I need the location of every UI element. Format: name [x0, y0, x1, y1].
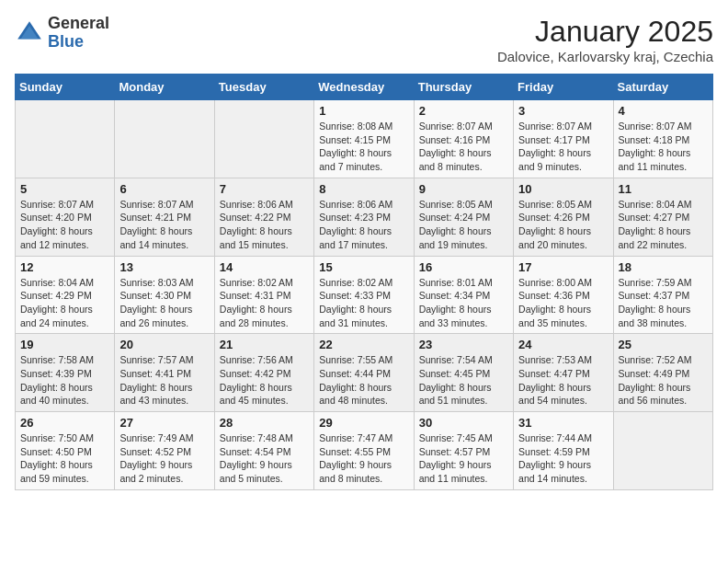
calendar-cell [115, 100, 214, 178]
day-info: Sunrise: 7:58 AM Sunset: 4:39 PM Dayligh… [20, 353, 109, 408]
day-info: Sunrise: 7:56 AM Sunset: 4:42 PM Dayligh… [220, 353, 309, 408]
day-number: 29 [319, 416, 408, 430]
calendar-cell: 14Sunrise: 8:02 AM Sunset: 4:31 PM Dayli… [214, 256, 313, 334]
day-number: 23 [419, 338, 508, 351]
weekday-header-friday: Friday [514, 75, 613, 100]
day-info: Sunrise: 8:08 AM Sunset: 4:15 PM Dayligh… [319, 120, 408, 174]
calendar-cell: 27Sunrise: 7:49 AM Sunset: 4:52 PM Dayli… [115, 412, 214, 490]
day-number: 26 [20, 416, 109, 430]
day-number: 16 [419, 260, 508, 274]
day-number: 5 [20, 182, 109, 196]
day-number: 11 [619, 182, 708, 196]
day-number: 10 [518, 182, 608, 196]
title-section: January 2025 Dalovice, Karlovarsky kraj,… [497, 15, 713, 64]
calendar-cell: 10Sunrise: 8:05 AM Sunset: 4:26 PM Dayli… [514, 178, 613, 256]
calendar-cell: 28Sunrise: 7:48 AM Sunset: 4:54 PM Dayli… [214, 412, 313, 490]
calendar-cell: 31Sunrise: 7:44 AM Sunset: 4:59 PM Dayli… [514, 412, 613, 490]
day-info: Sunrise: 8:07 AM Sunset: 4:18 PM Dayligh… [619, 120, 708, 174]
calendar-cell: 1Sunrise: 8:08 AM Sunset: 4:15 PM Daylig… [314, 100, 414, 178]
calendar-week-row: 1Sunrise: 8:08 AM Sunset: 4:15 PM Daylig… [16, 100, 713, 178]
day-info: Sunrise: 8:00 AM Sunset: 4:36 PM Dayligh… [518, 276, 608, 330]
calendar-table: SundayMondayTuesdayWednesdayThursdayFrid… [15, 74, 713, 490]
weekday-header-wednesday: Wednesday [314, 75, 414, 100]
day-number: 20 [119, 338, 209, 351]
calendar-cell: 16Sunrise: 8:01 AM Sunset: 4:34 PM Dayli… [414, 256, 513, 334]
day-number: 8 [319, 182, 408, 196]
calendar-cell: 4Sunrise: 8:07 AM Sunset: 4:18 PM Daylig… [613, 100, 712, 178]
day-number: 28 [220, 416, 309, 430]
day-info: Sunrise: 8:02 AM Sunset: 4:31 PM Dayligh… [220, 276, 309, 330]
page-header: General Blue January 2025 Dalovice, Karl… [15, 15, 713, 64]
calendar-cell: 29Sunrise: 7:47 AM Sunset: 4:55 PM Dayli… [314, 412, 414, 490]
weekday-header-thursday: Thursday [414, 75, 513, 100]
logo-blue-text: Blue [48, 33, 109, 52]
calendar-cell: 3Sunrise: 8:07 AM Sunset: 4:17 PM Daylig… [514, 100, 613, 178]
calendar-cell: 30Sunrise: 7:45 AM Sunset: 4:57 PM Dayli… [414, 412, 513, 490]
day-number: 3 [518, 104, 608, 118]
day-number: 12 [20, 260, 109, 274]
day-info: Sunrise: 8:03 AM Sunset: 4:30 PM Dayligh… [119, 276, 209, 330]
day-info: Sunrise: 7:45 AM Sunset: 4:57 PM Dayligh… [419, 431, 508, 486]
calendar-cell: 17Sunrise: 8:00 AM Sunset: 4:36 PM Dayli… [514, 256, 613, 334]
day-info: Sunrise: 7:55 AM Sunset: 4:44 PM Dayligh… [319, 353, 408, 408]
calendar-cell: 24Sunrise: 7:53 AM Sunset: 4:47 PM Dayli… [514, 334, 613, 412]
day-info: Sunrise: 8:02 AM Sunset: 4:33 PM Dayligh… [319, 276, 408, 330]
day-number: 2 [419, 104, 508, 118]
calendar-cell: 25Sunrise: 7:52 AM Sunset: 4:49 PM Dayli… [613, 334, 712, 412]
calendar-week-row: 19Sunrise: 7:58 AM Sunset: 4:39 PM Dayli… [16, 334, 713, 412]
weekday-header-saturday: Saturday [613, 75, 712, 100]
calendar-cell [16, 100, 115, 178]
calendar-week-row: 5Sunrise: 8:07 AM Sunset: 4:20 PM Daylig… [16, 178, 713, 256]
day-info: Sunrise: 7:49 AM Sunset: 4:52 PM Dayligh… [119, 431, 209, 486]
day-info: Sunrise: 8:04 AM Sunset: 4:27 PM Dayligh… [619, 198, 708, 252]
weekday-header-row: SundayMondayTuesdayWednesdayThursdayFrid… [16, 75, 713, 100]
day-number: 15 [319, 260, 408, 274]
calendar-cell: 11Sunrise: 8:04 AM Sunset: 4:27 PM Dayli… [613, 178, 712, 256]
calendar-cell [214, 100, 313, 178]
day-info: Sunrise: 7:57 AM Sunset: 4:41 PM Dayligh… [119, 353, 209, 408]
day-number: 9 [419, 182, 508, 196]
calendar-cell: 18Sunrise: 7:59 AM Sunset: 4:37 PM Dayli… [613, 256, 712, 334]
day-info: Sunrise: 7:53 AM Sunset: 4:47 PM Dayligh… [518, 353, 608, 408]
day-info: Sunrise: 8:06 AM Sunset: 4:22 PM Dayligh… [220, 198, 309, 252]
day-number: 7 [220, 182, 309, 196]
day-info: Sunrise: 8:07 AM Sunset: 4:16 PM Dayligh… [419, 120, 508, 174]
day-number: 30 [419, 416, 508, 430]
day-info: Sunrise: 7:54 AM Sunset: 4:45 PM Dayligh… [419, 353, 508, 408]
calendar-cell: 23Sunrise: 7:54 AM Sunset: 4:45 PM Dayli… [414, 334, 513, 412]
calendar-cell: 8Sunrise: 8:06 AM Sunset: 4:23 PM Daylig… [314, 178, 414, 256]
day-info: Sunrise: 7:52 AM Sunset: 4:49 PM Dayligh… [619, 353, 708, 408]
calendar-cell: 26Sunrise: 7:50 AM Sunset: 4:50 PM Dayli… [16, 412, 115, 490]
day-info: Sunrise: 7:59 AM Sunset: 4:37 PM Dayligh… [619, 276, 708, 330]
logo: General Blue [15, 15, 109, 52]
month-title: January 2025 [497, 15, 713, 49]
calendar-cell: 19Sunrise: 7:58 AM Sunset: 4:39 PM Dayli… [16, 334, 115, 412]
day-number: 31 [518, 416, 608, 430]
day-info: Sunrise: 8:07 AM Sunset: 4:17 PM Dayligh… [518, 120, 608, 174]
day-number: 1 [319, 104, 408, 118]
day-number: 25 [619, 338, 708, 351]
calendar-cell [613, 412, 712, 490]
day-number: 27 [119, 416, 209, 430]
logo-icon [15, 18, 44, 48]
day-info: Sunrise: 8:07 AM Sunset: 4:21 PM Dayligh… [119, 198, 209, 252]
logo-text: General Blue [48, 15, 109, 52]
day-number: 24 [518, 338, 608, 351]
day-number: 17 [518, 260, 608, 274]
day-number: 22 [319, 338, 408, 351]
calendar-cell: 7Sunrise: 8:06 AM Sunset: 4:22 PM Daylig… [214, 178, 313, 256]
calendar-cell: 5Sunrise: 8:07 AM Sunset: 4:20 PM Daylig… [16, 178, 115, 256]
calendar-cell: 21Sunrise: 7:56 AM Sunset: 4:42 PM Dayli… [214, 334, 313, 412]
day-info: Sunrise: 8:07 AM Sunset: 4:20 PM Dayligh… [20, 198, 109, 252]
day-info: Sunrise: 8:05 AM Sunset: 4:24 PM Dayligh… [419, 198, 508, 252]
day-number: 4 [619, 104, 708, 118]
day-info: Sunrise: 8:06 AM Sunset: 4:23 PM Dayligh… [319, 198, 408, 252]
day-number: 6 [119, 182, 209, 196]
logo-general-text: General [48, 15, 109, 33]
calendar-cell: 13Sunrise: 8:03 AM Sunset: 4:30 PM Dayli… [115, 256, 214, 334]
day-info: Sunrise: 8:01 AM Sunset: 4:34 PM Dayligh… [419, 276, 508, 330]
day-number: 14 [220, 260, 309, 274]
day-info: Sunrise: 8:05 AM Sunset: 4:26 PM Dayligh… [518, 198, 608, 252]
day-number: 21 [220, 338, 309, 351]
calendar-cell: 9Sunrise: 8:05 AM Sunset: 4:24 PM Daylig… [414, 178, 513, 256]
